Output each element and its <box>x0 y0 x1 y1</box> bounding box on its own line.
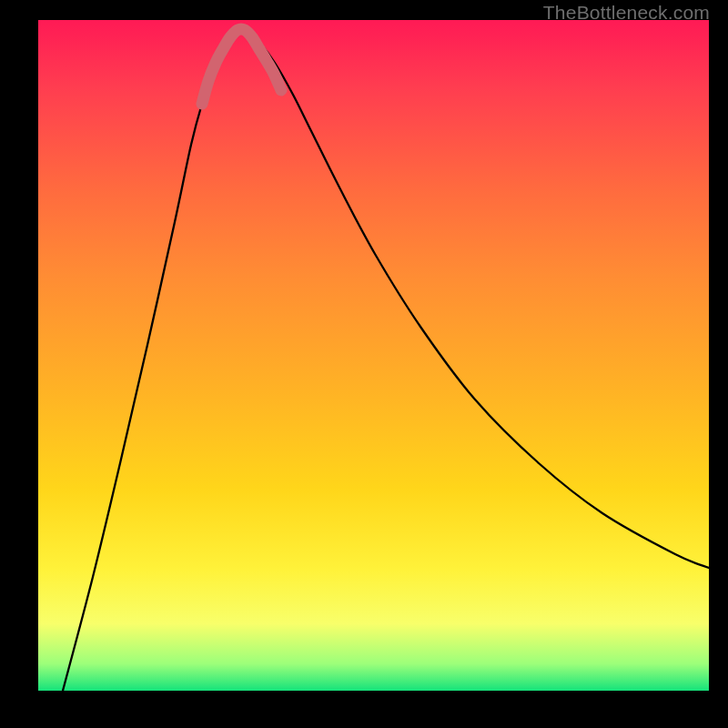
curve-svg <box>38 20 709 691</box>
crit-highlight <box>202 29 281 104</box>
bottleneck-curve <box>63 29 709 691</box>
chart-frame: TheBottleneck.com <box>0 0 728 728</box>
plot-area <box>38 20 709 691</box>
